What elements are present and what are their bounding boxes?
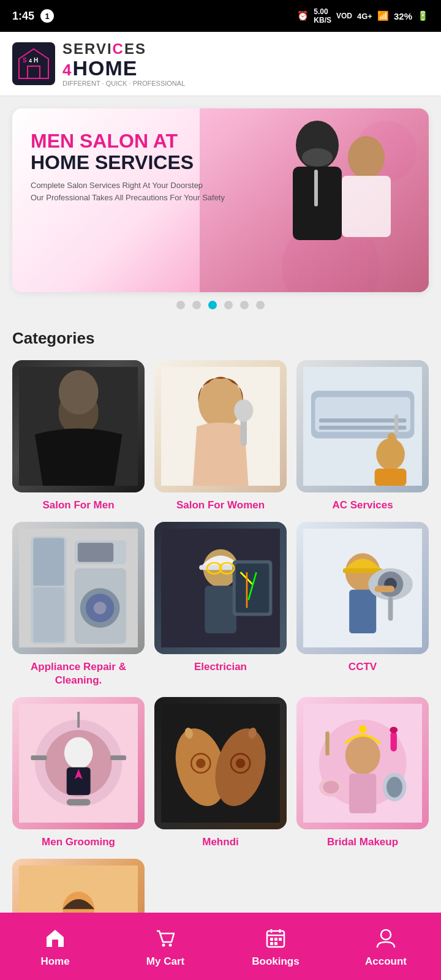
svg-point-98 (162, 944, 165, 947)
category-salon-women[interactable]: Salon For Women (154, 360, 287, 512)
svg-rect-97 (52, 940, 58, 947)
category-salon-men[interactable]: Salon For Men (12, 360, 145, 512)
nav-account[interactable]: Account (331, 925, 441, 968)
svg-point-81 (345, 736, 380, 774)
svg-rect-24 (319, 418, 407, 422)
svg-point-109 (381, 930, 391, 940)
nav-home[interactable]: Home (0, 925, 110, 968)
category-men-grooming[interactable]: Men Grooming (12, 697, 145, 849)
svg-rect-27 (374, 469, 406, 486)
category-bridal-img (296, 697, 429, 829)
svg-rect-103 (274, 938, 277, 941)
network-4g-icon: 4G+ (357, 12, 372, 21)
svg-rect-67 (110, 755, 126, 760)
data-speed: 5.00KB/S (314, 7, 331, 24)
category-electrician-img (154, 522, 287, 654)
cart-icon (152, 925, 179, 952)
category-salon-women-img (154, 360, 287, 492)
nav-cart-label: My Cart (146, 956, 184, 968)
category-bridal[interactable]: Bridal Makeup (296, 697, 429, 849)
category-bridal-label: Bridal Makeup (327, 835, 398, 849)
svg-point-82 (359, 725, 367, 733)
signal-icon: 📶 (377, 10, 389, 21)
clock-icon: ⏰ (297, 10, 309, 21)
nav-cart[interactable]: My Cart (110, 925, 221, 968)
dot-3[interactable] (208, 301, 217, 309)
svg-rect-29 (394, 415, 398, 434)
svg-point-90 (323, 781, 339, 794)
bottom-nav: Home My Cart Booki (0, 913, 441, 980)
svg-rect-86 (325, 731, 329, 755)
banner-title-dark: HOME SERVICES (31, 152, 410, 173)
logo-icon-box: S 4 H (12, 42, 55, 85)
category-cctv[interactable]: CCTV (296, 522, 429, 687)
dot-4[interactable] (224, 301, 233, 309)
dot-2[interactable] (192, 301, 201, 309)
category-salon-men-label: Salon For Men (42, 499, 114, 512)
banner-subtitle-2: Our Professional Takes All Precautions F… (31, 192, 410, 204)
svg-rect-43 (205, 586, 236, 633)
category-ac-label: AC Services (332, 499, 393, 512)
category-ac-img (296, 360, 429, 492)
svg-text:H: H (34, 57, 38, 64)
home-icon (42, 925, 69, 952)
logo-tagline: DIFFERENT · QUICK · PROFESSIONAL (62, 80, 185, 87)
svg-text:4: 4 (29, 58, 32, 64)
dot-6[interactable] (256, 301, 265, 309)
logo-services-text: SERVICES (62, 40, 185, 58)
battery-icon: 🔋 (417, 10, 429, 21)
categories-title: Categories (12, 329, 429, 348)
vod-icon: VOD (336, 12, 352, 20)
svg-rect-105 (270, 942, 273, 945)
svg-rect-84 (390, 731, 396, 751)
category-mehndi[interactable]: Mehndi (154, 697, 287, 849)
svg-rect-59 (374, 586, 394, 592)
notification-badge: 1 (40, 9, 54, 23)
category-appliance[interactable]: Appliance Repair & Cleaning. (12, 522, 145, 687)
svg-rect-106 (274, 942, 277, 945)
category-cctv-label: CCTV (349, 660, 377, 674)
nav-home-label: Home (40, 956, 69, 968)
svg-rect-102 (270, 938, 273, 941)
category-appliance-img (12, 522, 145, 654)
svg-rect-25 (319, 426, 407, 429)
nav-bookings-label: Bookings (252, 956, 299, 968)
svg-rect-0 (15, 45, 52, 82)
logo-text: SERVICES 4 HOME DIFFERENT · QUICK · PROF… (62, 40, 185, 87)
svg-point-37 (94, 601, 107, 614)
dot-5[interactable] (240, 301, 249, 309)
category-electrician[interactable]: Electrician (154, 522, 287, 687)
svg-point-18 (198, 377, 243, 428)
svg-rect-68 (67, 799, 91, 805)
category-salon-men-img (12, 360, 145, 492)
dot-1[interactable] (176, 301, 185, 309)
category-ac[interactable]: AC Services (296, 360, 429, 512)
svg-rect-104 (279, 938, 282, 941)
logo: S 4 H SERVICES 4 HOME DIFFERENT · QUICK … (12, 40, 185, 87)
logo-home-text: HOME (72, 58, 137, 78)
categories-grid: Salon For Men Salon For Women (12, 360, 429, 849)
categories-section: Categories Salon For Men (0, 319, 441, 980)
app-header: S 4 H SERVICES 4 HOME DIFFERENT · QUICK … (0, 32, 441, 96)
category-cctv-img (296, 522, 429, 654)
nav-bookings[interactable]: Bookings (221, 925, 331, 968)
svg-point-99 (169, 944, 172, 947)
svg-point-76 (236, 758, 246, 768)
category-appliance-label: Appliance Repair & Cleaning. (12, 660, 145, 687)
banner-card[interactable]: MEN SALON AT HOME SERVICES Complete Salo… (12, 108, 429, 292)
banner-subtitle-1: Complete Salon Services Right At Your Do… (31, 179, 410, 192)
svg-point-74 (196, 758, 206, 768)
bookings-icon (262, 925, 289, 952)
svg-rect-69 (31, 755, 47, 760)
status-icons: ⏰ 5.00KB/S VOD 4G+ 📶 32% 🔋 (297, 7, 429, 24)
category-electrician-label: Electrician (194, 660, 247, 674)
banner-section: MEN SALON AT HOME SERVICES Complete Salo… (0, 96, 441, 319)
svg-rect-83 (349, 774, 376, 813)
svg-rect-32 (33, 538, 64, 586)
svg-point-63 (64, 737, 93, 769)
category-men-grooming-label: Men Grooming (42, 835, 115, 849)
svg-point-16 (59, 370, 99, 415)
nav-account-label: Account (365, 956, 407, 968)
account-icon (372, 925, 399, 952)
banner-text: MEN SALON AT HOME SERVICES Complete Salo… (31, 130, 410, 203)
